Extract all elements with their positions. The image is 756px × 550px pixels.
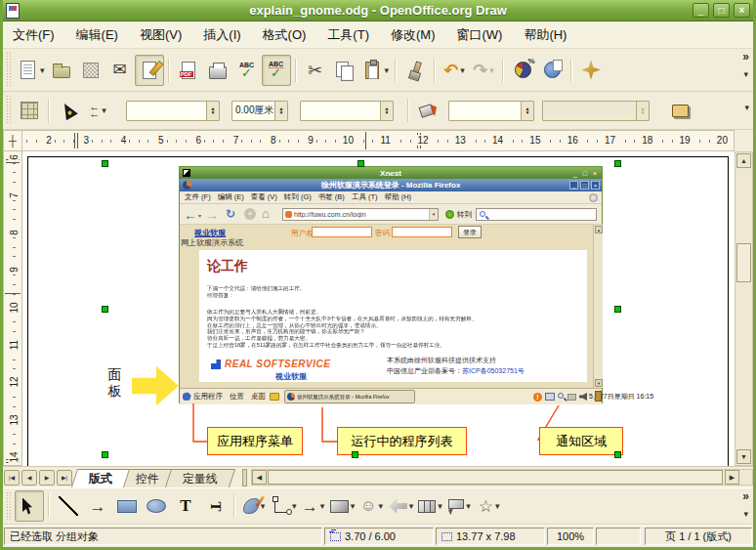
- spinner[interactable]: ▲▼: [206, 102, 219, 120]
- scroll-right-button[interactable]: ▶: [725, 470, 739, 485]
- toolbar-grip[interactable]: [5, 53, 13, 87]
- dropdown-icon[interactable]: ▾: [292, 501, 297, 511]
- copy-button[interactable]: [330, 55, 359, 86]
- selection-handle-top-center[interactable]: [357, 160, 364, 167]
- select-tool-button[interactable]: [15, 490, 44, 522]
- line-width-value[interactable]: 0.00厘米: [232, 104, 274, 117]
- selection-handle-mid-right[interactable]: [614, 306, 621, 313]
- edit-file-button[interactable]: [135, 55, 164, 86]
- area-fill-button[interactable]: [413, 95, 442, 126]
- basic-shapes-button[interactable]: ▾: [328, 490, 357, 522]
- menu-item-6[interactable]: 修改(M): [391, 26, 436, 44]
- scroll-left-button[interactable]: ◀: [252, 470, 267, 485]
- embedded-screenshot[interactable]: Xnest _ □ × 徐州软服演示系统登录 - Mozilla Firefox…: [179, 166, 603, 403]
- maximize-button[interactable]: □: [713, 3, 730, 18]
- text-tool-button[interactable]: T: [171, 490, 200, 522]
- selection-handle-top-left[interactable]: [102, 160, 108, 167]
- spellcheck-button[interactable]: ABC✓: [232, 55, 262, 86]
- tab-layout[interactable]: 版式: [71, 469, 130, 487]
- dropdown-icon[interactable]: ▾: [438, 501, 442, 511]
- scroll-up-button[interactable]: ▲: [736, 153, 751, 168]
- web-page-button[interactable]: [537, 55, 567, 86]
- new-document-button[interactable]: ▾: [15, 55, 47, 86]
- menu-item-8[interactable]: 帮助(H): [524, 26, 567, 44]
- toolbar-overflow[interactable]: »▾: [742, 490, 749, 519]
- email-button[interactable]: ✉: [105, 55, 135, 86]
- auto-spellcheck-button[interactable]: ABC✓: [262, 55, 291, 86]
- vertical-text-tool-button[interactable]: T: [200, 490, 230, 522]
- panel-annotation-label[interactable]: 面板: [106, 366, 123, 400]
- dropdown-icon[interactable]: ▾: [261, 501, 266, 511]
- open-button[interactable]: [47, 55, 76, 86]
- menu-item-1[interactable]: 编辑(E): [76, 26, 118, 44]
- dropdown-icon[interactable]: ▾: [466, 501, 471, 511]
- more-icon[interactable]: ▾: [744, 104, 749, 112]
- first-page-button[interactable]: |◀: [4, 470, 20, 486]
- redo-button[interactable]: ↷▾: [469, 55, 498, 86]
- dropdown-icon[interactable]: ▾: [351, 501, 356, 511]
- ruler-origin-box[interactable]: ┼: [3, 130, 22, 151]
- pen-style-button[interactable]: [54, 95, 83, 126]
- menu-item-4[interactable]: 格式(O): [263, 26, 307, 44]
- navigator-button[interactable]: [576, 55, 606, 86]
- more-icon[interactable]: ▾: [743, 510, 748, 519]
- dropdown-icon[interactable]: ▾: [320, 501, 325, 511]
- flowchart-button[interactable]: ▾: [416, 490, 445, 522]
- insert-chart-button[interactable]: %: [508, 55, 537, 86]
- vertical-scrollbar[interactable]: ▲ ▼: [735, 151, 753, 466]
- save-button[interactable]: [76, 55, 105, 86]
- toolbar-grip[interactable]: [5, 96, 13, 125]
- menu-item-0[interactable]: 文件(F): [13, 26, 55, 44]
- connector-tool-button[interactable]: ▾: [269, 490, 299, 522]
- overflow-icon[interactable]: »: [742, 490, 749, 502]
- overflow-icon[interactable]: »: [742, 51, 749, 63]
- horizontal-ruler[interactable]: 234567891011121314151617181920: [22, 130, 735, 151]
- menu-item-2[interactable]: 视图(V): [140, 26, 182, 44]
- callout-notify-area[interactable]: 通知区域: [539, 427, 623, 455]
- fill-style-select[interactable]: ▲▼: [448, 101, 534, 121]
- lines-arrows-button[interactable]: →▾: [299, 490, 328, 522]
- line-tool-button[interactable]: [54, 490, 83, 522]
- menu-item-5[interactable]: 工具(T): [327, 26, 369, 44]
- dropdown-icon[interactable]: ▾: [378, 501, 383, 511]
- curve-tool-button[interactable]: ▾: [239, 490, 269, 522]
- spinner[interactable]: ▲▼: [521, 102, 533, 120]
- zoom-level[interactable]: 100%: [547, 528, 594, 545]
- ellipse-tool-button[interactable]: [142, 490, 171, 522]
- callout-app-menu[interactable]: 应用程序菜单: [207, 427, 303, 455]
- shadow-button[interactable]: [665, 95, 694, 126]
- tab-splitter[interactable]: [242, 469, 247, 487]
- close-button[interactable]: ×: [734, 3, 750, 18]
- horizontal-scroll-thumb[interactable]: [268, 470, 723, 485]
- vertical-scroll-thumb[interactable]: [736, 243, 751, 282]
- format-paintbrush-button[interactable]: [400, 55, 430, 86]
- selection-handle-mid-left[interactable]: [102, 306, 108, 313]
- line-style-select[interactable]: ▲▼: [126, 101, 220, 121]
- next-page-button[interactable]: ▶: [39, 470, 55, 486]
- dropdown-icon[interactable]: ▾: [495, 501, 500, 511]
- spinner[interactable]: ▲▼: [274, 102, 287, 120]
- stars-button[interactable]: ☆▾: [475, 490, 504, 522]
- selection-handle-top-right[interactable]: [614, 160, 621, 167]
- cut-button[interactable]: ✂: [301, 55, 330, 86]
- spinner[interactable]: ▲▼: [380, 102, 393, 120]
- selection-handle-bottom-center[interactable]: [352, 451, 358, 458]
- rectangle-tool-button[interactable]: [112, 490, 142, 522]
- selection-handle-bottom-right[interactable]: [614, 451, 621, 458]
- dropdown-icon[interactable]: ▾: [102, 106, 106, 115]
- export-pdf-button[interactable]: PDF: [174, 55, 203, 86]
- dropdown-icon[interactable]: ▾: [460, 65, 465, 75]
- block-arrows-button[interactable]: ▾: [387, 490, 416, 522]
- dropdown-icon[interactable]: ▾: [385, 65, 390, 75]
- edit-points-button[interactable]: [15, 95, 44, 126]
- last-page-button[interactable]: ▶|: [57, 470, 72, 486]
- scroll-down-button[interactable]: ▼: [736, 449, 751, 464]
- vertical-ruler[interactable]: 67891011121314: [3, 151, 22, 466]
- symbol-shapes-button[interactable]: ☺▾: [357, 490, 387, 522]
- arrow-tool-button[interactable]: →: [83, 490, 112, 522]
- print-button[interactable]: [203, 55, 232, 86]
- toolbar-grip[interactable]: [5, 492, 13, 520]
- previous-page-button[interactable]: ◀: [21, 470, 37, 486]
- toolbar-overflow[interactable]: »▾: [742, 51, 749, 79]
- tab-dimension-lines[interactable]: 定量线: [165, 469, 235, 487]
